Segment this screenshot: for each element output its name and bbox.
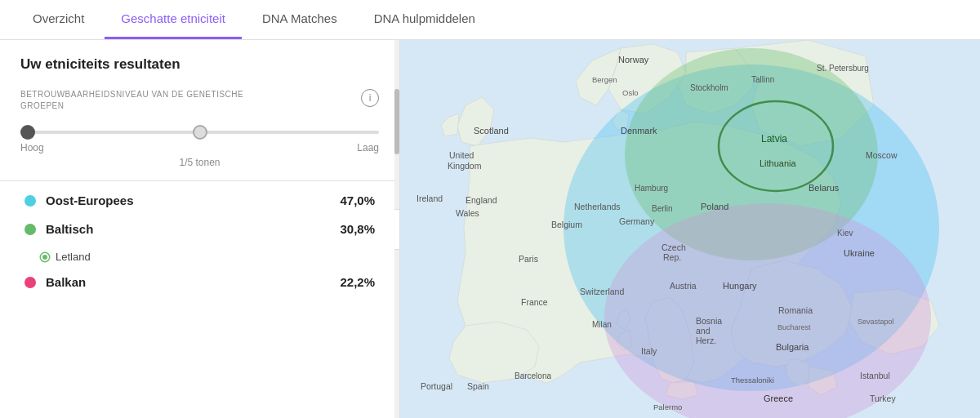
scroll-thumb[interactable] <box>394 89 399 154</box>
svg-text:Greece: Greece <box>764 394 793 403</box>
svg-text:Czech: Czech <box>662 242 686 252</box>
svg-text:Portugal: Portugal <box>421 381 452 391</box>
slider-tonen: 1/5 tonen <box>20 157 379 168</box>
info-icon[interactable]: i <box>361 89 379 107</box>
ethnicity-item-balkan: Balkan 22,2% <box>20 275 379 289</box>
svg-text:Istanbul: Istanbul <box>860 371 890 380</box>
svg-text:Hamburg: Hamburg <box>635 184 668 193</box>
svg-text:United: United <box>449 150 474 160</box>
svg-text:Switzerland: Switzerland <box>580 287 624 296</box>
sub-dot-letland <box>41 253 49 261</box>
svg-text:Italy: Italy <box>641 346 657 356</box>
svg-text:Ireland: Ireland <box>416 193 443 203</box>
svg-text:Palermo: Palermo <box>653 402 682 411</box>
svg-text:Thessaloniki: Thessaloniki <box>731 376 774 385</box>
svg-text:Denmark: Denmark <box>621 126 657 136</box>
nav-tabs: Overzicht Geschatte etniciteit DNA Match… <box>0 0 980 40</box>
svg-text:Rep.: Rep. <box>663 252 681 262</box>
main-content: Uw etniciteits resultaten BETROUWBAARHEI… <box>0 40 980 418</box>
svg-text:Kiev: Kiev <box>837 229 853 238</box>
map-area: Norway Bergen Oslo Stockholm Tallinn St.… <box>400 40 980 418</box>
svg-text:Norway: Norway <box>618 55 649 64</box>
ethnicity-name-oost-europees: Oost-Europees <box>46 193 340 207</box>
svg-text:and: and <box>696 326 710 336</box>
ethnicity-pct-balkan: 22,2% <box>340 275 375 289</box>
svg-text:Bergen: Bergen <box>592 75 617 84</box>
svg-text:Latvia: Latvia <box>761 133 787 145</box>
svg-text:Turkey: Turkey <box>870 394 896 403</box>
svg-text:Netherlands: Netherlands <box>574 202 621 211</box>
sub-name-letland: Letland <box>56 251 91 263</box>
ethnicity-pct-oost-europees: 47,0% <box>340 193 375 207</box>
tab-overzicht[interactable]: Overzicht <box>16 0 100 39</box>
tab-dna-hulp[interactable]: DNA hulpmiddelen <box>358 0 492 39</box>
sub-item-letland: Letland <box>41 251 379 263</box>
svg-text:Lithuania: Lithuania <box>760 158 797 168</box>
slider-thumb-left[interactable] <box>20 125 35 140</box>
slider-container: Hoog Laag 1/5 tonen <box>20 131 379 168</box>
svg-text:Paris: Paris <box>519 254 538 264</box>
tab-geschatte[interactable]: Geschatte etniciteit <box>105 0 242 39</box>
section-label: BETROUWBAARHEIDSNIVEAU VAN DE GENETISCHE… <box>20 89 282 112</box>
ethnicity-dot-baltisch <box>24 224 36 235</box>
ethnicity-name-baltisch: Baltisch <box>46 222 340 236</box>
map-svg: Norway Bergen Oslo Stockholm Tallinn St.… <box>400 40 980 418</box>
svg-text:Hungary: Hungary <box>723 281 757 291</box>
svg-text:Romania: Romania <box>778 305 813 315</box>
svg-text:Belarus: Belarus <box>808 183 840 193</box>
slider-labels: Hoog Laag <box>20 142 379 153</box>
svg-text:Scotland: Scotland <box>474 126 509 136</box>
svg-text:Sevastapol: Sevastapol <box>858 318 894 326</box>
ethnicity-dot-oost-europees <box>24 195 36 207</box>
left-panel: Uw etniciteits resultaten BETROUWBAARHEI… <box>0 40 400 418</box>
svg-text:Bucharest: Bucharest <box>777 323 811 331</box>
svg-text:Spain: Spain <box>467 381 489 391</box>
svg-text:Poland: Poland <box>701 202 728 211</box>
svg-text:Kingdom: Kingdom <box>448 161 482 171</box>
slider-label-high: Laag <box>357 142 379 153</box>
info-row: BETROUWBAARHEIDSNIVEAU VAN DE GENETISCHE… <box>20 89 379 118</box>
svg-text:Barcelona: Barcelona <box>514 371 551 380</box>
svg-text:Austria: Austria <box>670 281 697 291</box>
tab-dna-matches[interactable]: DNA Matches <box>246 0 354 39</box>
svg-text:Ukraine: Ukraine <box>844 248 875 258</box>
ethnicity-name-balkan: Balkan <box>46 275 340 289</box>
svg-text:Berlin: Berlin <box>652 204 673 213</box>
divider-1 <box>0 180 399 181</box>
svg-text:Milan: Milan <box>592 320 612 329</box>
svg-text:France: France <box>521 297 548 307</box>
svg-text:Tallinn: Tallinn <box>751 75 774 84</box>
slider-thumb-right[interactable] <box>193 125 207 140</box>
svg-text:Herz.: Herz. <box>696 336 716 345</box>
svg-text:Stockholm: Stockholm <box>690 83 728 92</box>
svg-text:Bosnia: Bosnia <box>696 316 722 326</box>
svg-text:St. Petersburg: St. Petersburg <box>817 64 869 73</box>
panel-title: Uw etniciteits resultaten <box>20 56 379 73</box>
svg-text:Wales: Wales <box>456 208 479 218</box>
svg-text:England: England <box>466 195 497 205</box>
ethnicity-item-oost-europees: Oost-Europees 47,0% <box>20 193 379 207</box>
slider-label-low: Hoog <box>20 142 44 153</box>
ethnicity-item-baltisch: Baltisch 30,8% <box>20 222 379 236</box>
svg-text:Germany: Germany <box>619 216 655 226</box>
svg-text:Bulgaria: Bulgaria <box>776 342 809 352</box>
ethnicity-dot-balkan <box>24 277 36 288</box>
svg-text:Belgium: Belgium <box>551 220 582 229</box>
svg-text:Oslo: Oslo <box>622 88 639 97</box>
slider-track[interactable] <box>20 131 379 134</box>
svg-text:Moscow: Moscow <box>866 150 898 160</box>
collapse-button[interactable]: ‹ <box>394 209 400 250</box>
ethnicity-pct-baltisch: 30,8% <box>340 222 375 236</box>
